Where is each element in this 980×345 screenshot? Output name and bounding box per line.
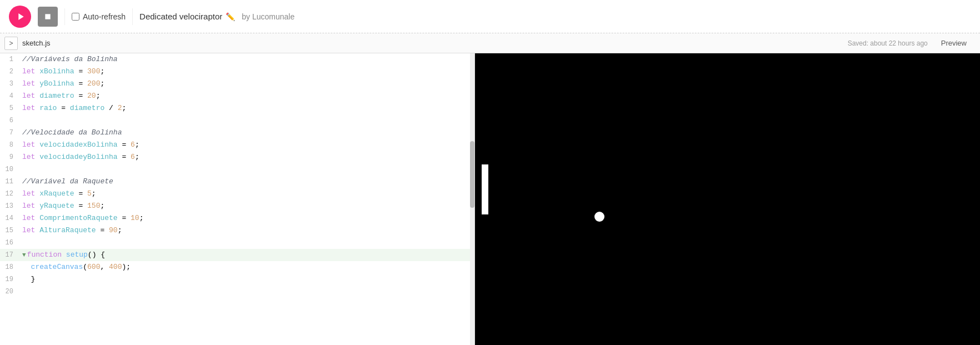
code-line: 12 let xRaquete = 5; (0, 188, 474, 200)
edit-icon[interactable]: ✏️ (226, 12, 235, 21)
toolbar: Auto-refresh Dedicated velociraptor ✏️ b… (0, 0, 980, 33)
main-content: 1 //Variáveis da Bolinha 2 let xBolinha … (0, 53, 980, 345)
code-line: 7 //Velocidade da Bolinha (0, 127, 474, 139)
code-line: 6 (0, 114, 474, 127)
play-button[interactable] (9, 6, 31, 28)
auto-refresh-checkbox[interactable] (72, 13, 79, 21)
code-line: 15 let AlturaRaquete = 90; (0, 224, 474, 237)
code-line: 8 let velocidadexBolinha = 6; (0, 139, 474, 151)
expand-button[interactable]: > (4, 37, 18, 50)
code-line: 5 let raio = diametro / 2; (0, 102, 474, 114)
editor-container: > sketch.js Saved: about 22 hours ago Pr… (0, 33, 980, 345)
author-text: by Lucomunale (242, 12, 294, 21)
code-line: 3 let yBolinha = 200; (0, 78, 474, 90)
code-line: 2 let xBolinha = 300; (0, 66, 474, 78)
ball (594, 212, 604, 222)
preview-area (475, 53, 980, 345)
preview-label: Preview (932, 39, 976, 47)
scroll-thumb[interactable] (470, 141, 474, 208)
code-line: 16 (0, 237, 474, 249)
paddle (482, 164, 488, 214)
code-line: 17 ▼function setup() { (0, 249, 474, 261)
scrollbar[interactable] (470, 53, 474, 345)
svg-marker-0 (18, 13, 23, 20)
code-editor[interactable]: 1 //Variáveis da Bolinha 2 let xBolinha … (0, 53, 475, 345)
tab-filename[interactable]: sketch.js (22, 39, 51, 47)
code-line: 13 let yRaquete = 150; (0, 200, 474, 212)
stop-button[interactable] (38, 7, 58, 27)
auto-refresh-label[interactable]: Auto-refresh (72, 12, 126, 21)
tab-bar: > sketch.js Saved: about 22 hours ago Pr… (0, 33, 980, 53)
saved-status: Saved: about 22 hours ago (848, 39, 928, 47)
code-line: 4 let diametro = 20; (0, 90, 474, 102)
code-line: 9 let velocidadeyBolinha = 6; (0, 151, 474, 163)
code-line: 1 //Variáveis da Bolinha (0, 53, 474, 66)
code-line: 14 let ComprimentoRaquete = 10; (0, 212, 474, 224)
code-line: 10 (0, 163, 474, 176)
project-name: Dedicated velociraptor ✏️ (139, 12, 235, 21)
code-line: 18 createCanvas(600, 400); (0, 261, 474, 273)
toolbar-divider (64, 8, 65, 25)
code-line: 20 (0, 286, 474, 298)
toolbar-divider-2 (132, 8, 133, 25)
code-line: 11 //Variável da Raquete (0, 176, 474, 188)
code-line: 19 } (0, 273, 474, 286)
auto-refresh-text: Auto-refresh (83, 12, 126, 21)
code-lines: 1 //Variáveis da Bolinha 2 let xBolinha … (0, 53, 474, 298)
svg-rect-1 (45, 14, 50, 19)
